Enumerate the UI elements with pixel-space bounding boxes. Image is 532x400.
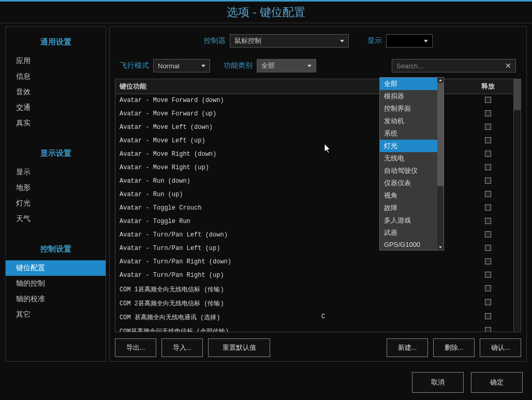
table-row[interactable]: Avatar - Move Forward (up) bbox=[115, 108, 521, 121]
cell-release[interactable] bbox=[472, 161, 504, 175]
dropdown-option[interactable]: 系统 bbox=[380, 127, 444, 140]
cell-release[interactable] bbox=[472, 283, 504, 297]
table-row[interactable]: Avatar - Turn/Pan Right (down) bbox=[115, 256, 521, 269]
clear-search-icon[interactable]: ✕ bbox=[505, 62, 511, 70]
dropdown-option[interactable]: 控制界面 bbox=[380, 102, 444, 115]
dropdown-option[interactable]: 无线电 bbox=[380, 152, 444, 165]
checkbox[interactable] bbox=[485, 124, 491, 130]
cancel-button[interactable]: 取消 bbox=[412, 372, 464, 393]
table-row[interactable]: Avatar - Turn/Pan Left (down) bbox=[115, 229, 521, 242]
search-input[interactable]: Search... ✕ bbox=[392, 59, 516, 72]
delete-button[interactable]: 删除... bbox=[433, 338, 475, 357]
header-function[interactable]: 键位功能 bbox=[115, 79, 317, 94]
checkbox[interactable] bbox=[485, 231, 491, 238]
cell-release[interactable] bbox=[472, 202, 504, 215]
checkbox[interactable] bbox=[485, 285, 491, 291]
sidebar-item[interactable]: 信息 bbox=[6, 69, 106, 84]
checkbox[interactable] bbox=[485, 327, 491, 332]
checkbox[interactable] bbox=[485, 313, 491, 319]
cell-release[interactable] bbox=[472, 297, 504, 310]
dropdown-option[interactable]: 仪器仪表 bbox=[380, 177, 444, 189]
export-button[interactable]: 导出... bbox=[115, 338, 156, 357]
table-row[interactable]: Avatar - Turn/Pan Right (up) bbox=[115, 269, 521, 283]
checkbox[interactable] bbox=[485, 299, 491, 305]
dropdown-option[interactable]: 发动机 bbox=[380, 115, 444, 127]
table-row[interactable]: COM甚高频全问无线电信标 (全部传输) bbox=[115, 324, 521, 332]
table-row[interactable]: COM 2甚高频全向无线电信标 (传输) bbox=[115, 297, 521, 310]
checkbox[interactable] bbox=[485, 164, 491, 170]
cell-release[interactable] bbox=[472, 175, 504, 188]
dropdown-option[interactable]: 灯光 bbox=[380, 140, 444, 152]
sidebar-item[interactable]: 显示 bbox=[6, 165, 106, 180]
cell-release[interactable] bbox=[472, 269, 504, 283]
table-row[interactable]: Avatar - Move Right (down) bbox=[115, 148, 521, 161]
dropdown-option[interactable]: 武器 bbox=[380, 227, 444, 239]
sidebar-item[interactable]: 其它 bbox=[6, 307, 106, 322]
table-row[interactable]: Avatar - Move Right (up) bbox=[115, 161, 521, 175]
dropdown-option[interactable]: 故障 bbox=[380, 202, 444, 214]
checkbox[interactable] bbox=[485, 218, 491, 224]
table-row[interactable]: Avatar - Run (down) bbox=[115, 175, 521, 188]
table-row[interactable]: Avatar - Move Left (up) bbox=[115, 135, 521, 148]
checkbox[interactable] bbox=[485, 151, 491, 157]
table-row[interactable]: Avatar - Run (up) bbox=[115, 188, 521, 202]
checkbox[interactable] bbox=[485, 97, 491, 103]
cell-release[interactable] bbox=[472, 310, 504, 324]
table-row[interactable]: Avatar - Move Forward (down) bbox=[115, 94, 521, 108]
scroll-down-icon[interactable] bbox=[439, 246, 442, 248]
cell-release[interactable] bbox=[472, 121, 504, 135]
dropdown-option[interactable]: 视角 bbox=[380, 189, 444, 202]
dropdown-option[interactable]: 全部 bbox=[380, 78, 444, 90]
table-row[interactable]: COM 甚高频全向无线电通讯 (选择)C bbox=[115, 310, 521, 324]
cell-release[interactable] bbox=[472, 135, 504, 148]
table-row[interactable]: Avatar - Turn/Pan Left (up) bbox=[115, 242, 521, 256]
checkbox[interactable] bbox=[485, 272, 491, 278]
reset-defaults-button[interactable]: 重置默认值 bbox=[208, 338, 270, 357]
checkbox[interactable] bbox=[485, 177, 491, 184]
checkbox[interactable] bbox=[485, 110, 491, 116]
cell-release[interactable] bbox=[472, 256, 504, 269]
table-scrollbar[interactable] bbox=[513, 79, 521, 332]
confirm-button[interactable]: 确认... bbox=[480, 338, 521, 357]
sidebar-item[interactable]: 轴的控制 bbox=[6, 276, 106, 291]
checkbox[interactable] bbox=[485, 191, 491, 197]
cell-release[interactable] bbox=[472, 108, 504, 121]
sidebar-item[interactable]: 地形 bbox=[6, 180, 106, 196]
scrollbar-thumb[interactable] bbox=[514, 79, 521, 110]
import-button[interactable]: 导入... bbox=[161, 338, 203, 357]
table-row[interactable]: Avatar - Move Left (down) bbox=[115, 121, 521, 135]
dropdown-option[interactable]: 自动驾驶仪 bbox=[380, 165, 444, 177]
table-row[interactable]: Avatar - Toggle Run bbox=[115, 215, 521, 229]
category-dropdown[interactable]: 全部 bbox=[257, 59, 316, 72]
cell-release[interactable] bbox=[472, 215, 504, 229]
display-dropdown[interactable] bbox=[386, 34, 433, 48]
dropdown-option[interactable]: 模拟器 bbox=[380, 90, 444, 102]
sidebar-item[interactable]: 键位配置 bbox=[6, 260, 106, 276]
sidebar-item[interactable]: 灯光 bbox=[6, 196, 106, 211]
controller-dropdown[interactable]: 鼠标控制 bbox=[230, 34, 349, 48]
header-release[interactable]: 释放 bbox=[472, 79, 504, 94]
sidebar-item[interactable]: 轴的校准 bbox=[6, 291, 106, 307]
cell-release[interactable] bbox=[472, 148, 504, 161]
table-row[interactable]: Avatar - Toggle Crouch bbox=[115, 202, 521, 215]
checkbox[interactable] bbox=[485, 258, 491, 264]
table-row[interactable]: COM 1甚高频全向无线电信标 (传输) bbox=[115, 283, 521, 297]
dropdown-scrollbar[interactable] bbox=[437, 78, 444, 250]
checkbox[interactable] bbox=[485, 204, 491, 211]
checkbox[interactable] bbox=[485, 137, 491, 143]
ok-button[interactable]: 确定 bbox=[471, 372, 523, 393]
checkbox[interactable] bbox=[485, 245, 491, 251]
scroll-up-icon[interactable] bbox=[439, 79, 442, 81]
new-button[interactable]: 新建... bbox=[387, 338, 428, 357]
sidebar-item[interactable]: 真实 bbox=[6, 115, 106, 131]
dropdown-scrollbar-thumb[interactable] bbox=[437, 83, 444, 186]
cell-release[interactable] bbox=[472, 229, 504, 242]
dropdown-option[interactable]: 多人游戏 bbox=[380, 214, 444, 227]
sidebar-item[interactable]: 天气 bbox=[6, 211, 106, 227]
cell-release[interactable] bbox=[472, 242, 504, 256]
sidebar-item[interactable]: 音效 bbox=[6, 84, 106, 100]
cell-release[interactable] bbox=[472, 188, 504, 202]
cell-release[interactable] bbox=[472, 94, 504, 108]
dropdown-option[interactable]: GPS/G1000 bbox=[380, 239, 444, 250]
cell-release[interactable] bbox=[472, 324, 504, 332]
